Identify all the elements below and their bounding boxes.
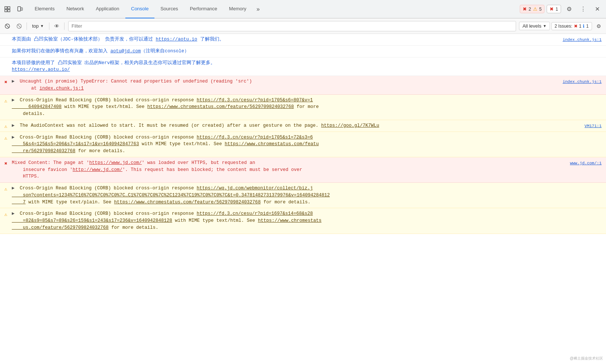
tab-elements[interactable]: Elements bbox=[29, 0, 60, 18]
toolbar-divider2 bbox=[49, 22, 49, 30]
expand-arrow-2[interactable]: ▶ bbox=[12, 97, 16, 104]
error-message-2: ✖ Mixed Content: The page at 'https://ww… bbox=[0, 157, 606, 183]
console-settings-icon[interactable]: ⚙ bbox=[593, 21, 604, 31]
error-icon-2: ✖ bbox=[3, 160, 9, 168]
tab-network[interactable]: Network bbox=[60, 0, 90, 18]
more-tabs-icon[interactable]: » bbox=[252, 3, 264, 15]
jd-source[interactable]: www.jd.com/:1 bbox=[570, 160, 602, 167]
log-levels-dropdown[interactable]: All levels ▼ bbox=[519, 22, 550, 30]
tab-console[interactable]: Console bbox=[125, 0, 155, 18]
warning-icon-5: ⚠ bbox=[3, 211, 9, 218]
jd-https-link[interactable]: https://www.jd.com/ bbox=[89, 160, 142, 165]
tab-application[interactable]: Application bbox=[90, 0, 125, 18]
expand-arrow-4[interactable]: ▶ bbox=[12, 134, 16, 141]
tab-sources[interactable]: Sources bbox=[154, 0, 184, 18]
error-location-1[interactable]: index.chunk.js:1 bbox=[39, 86, 84, 91]
warning-icon-3: ⚠ bbox=[3, 135, 9, 142]
issues-badge[interactable]: 2 Issues: ✖ 1 ℹ 1 bbox=[551, 22, 592, 30]
watermark: @稀土掘金技术社区 bbox=[570, 356, 603, 361]
info-message-1: index.chunk.js:1 本页面由 凸凹实验室（JDC-体验技术部） 负… bbox=[0, 34, 606, 46]
tab-memory[interactable]: Memory bbox=[223, 0, 252, 18]
warning-icon: ⚠ bbox=[533, 6, 537, 12]
settings-icon[interactable]: ⚙ bbox=[563, 3, 575, 15]
vm-source[interactable]: VM171:1 bbox=[585, 123, 602, 129]
jd-http-link[interactable]: http://www.jd.com/ bbox=[73, 167, 122, 172]
issues-info-icon: ℹ bbox=[583, 24, 585, 29]
filter-input[interactable] bbox=[68, 21, 516, 31]
extra-error-icon: ✖ bbox=[550, 6, 554, 12]
console-toolbar: top ▼ 👁 All levels ▼ 2 Issues: ✖ 1 ℹ 1 ⚙ bbox=[0, 18, 606, 34]
toolbar-divider bbox=[27, 22, 27, 30]
svg-rect-3 bbox=[8, 10, 10, 12]
eye-icon[interactable]: 👁 bbox=[52, 21, 62, 31]
warning-icon-2: ⚠ bbox=[3, 123, 9, 130]
close-icon[interactable]: ✕ bbox=[591, 3, 603, 15]
warning-message-4: ⚠ ▶ Cross-Origin Read Blocking (CORB) bl… bbox=[0, 183, 606, 208]
svg-rect-4 bbox=[18, 7, 21, 11]
svg-rect-5 bbox=[21, 8, 22, 10]
tab-performance[interactable]: Performance bbox=[184, 0, 223, 18]
extra-error-badge[interactable]: ✖ 1 bbox=[547, 5, 561, 13]
nerv-link[interactable]: https://nerv.aotu.io/ bbox=[12, 67, 70, 72]
expand-arrow-6[interactable]: ▶ bbox=[12, 210, 16, 217]
error-message-1: ✖ ▶ Uncaught (in promise) TypeError: Can… bbox=[0, 76, 606, 95]
svg-line-9 bbox=[18, 25, 21, 28]
more-options-icon[interactable]: ⋮ bbox=[577, 3, 589, 15]
warning-icon-1: ⚠ bbox=[3, 98, 9, 105]
chevron-down-icon: ▼ bbox=[40, 24, 44, 28]
error-icon: ✖ bbox=[523, 6, 527, 12]
inspect-icon[interactable] bbox=[1, 3, 13, 15]
tab-bar: Elements Network Application Console Sou… bbox=[0, 0, 606, 18]
svg-rect-1 bbox=[8, 7, 10, 9]
tab-bar-right: ✖ 2 ⚠ 5 ✖ 1 ⚙ ⋮ ✕ bbox=[520, 3, 605, 15]
error-source-1: index.chunk.js:1 bbox=[563, 79, 602, 85]
warning-message-1: ⚠ ▶ Cross-Origin Read Blocking (CORB) bl… bbox=[0, 95, 606, 120]
message-source-1[interactable]: index.chunk.js:1 bbox=[563, 37, 602, 43]
svg-line-7 bbox=[6, 25, 9, 28]
warning-message-3: ⚠ ▶ Cross-Origin Read Blocking (CORB) bl… bbox=[0, 132, 606, 157]
issues-error-icon: ✖ bbox=[574, 24, 578, 29]
email-link[interactable]: aotu@jd.com bbox=[111, 49, 141, 54]
expand-arrow-1[interactable]: ▶ bbox=[12, 78, 16, 85]
svg-rect-0 bbox=[5, 7, 7, 9]
expand-arrow-5[interactable]: ▶ bbox=[12, 185, 16, 192]
console-output: index.chunk.js:1 本页面由 凸凹实验室（JDC-体验技术部） 负… bbox=[0, 34, 606, 364]
audiocontext-link[interactable]: https://goo.gl/7K7WLu bbox=[321, 123, 379, 128]
svg-rect-2 bbox=[5, 10, 7, 12]
chevron-down-icon2: ▼ bbox=[543, 24, 547, 28]
main-tabs: Elements Network Application Console Sou… bbox=[29, 0, 520, 18]
device-toggle-icon[interactable] bbox=[14, 3, 26, 15]
error-icon-1: ✖ bbox=[3, 79, 9, 86]
warning-message-5: ⚠ ▶ Cross-Origin Read Blocking (CORB) bl… bbox=[0, 208, 606, 234]
expand-arrow-3[interactable]: ▶ bbox=[12, 122, 16, 129]
context-selector[interactable]: top ▼ bbox=[29, 22, 47, 30]
chromestatus-link-1[interactable]: https://www.chromestatus.com/feature/562… bbox=[147, 104, 294, 109]
error-warning-badge[interactable]: ✖ 2 ⚠ 5 bbox=[520, 5, 544, 13]
ban-icon[interactable] bbox=[14, 21, 24, 31]
chromestatus-link-3[interactable]: https://www.chromestatus.com/feature/562… bbox=[114, 200, 261, 205]
clear-console-icon[interactable] bbox=[2, 21, 13, 31]
aotu-link[interactable]: https://aotu.io bbox=[156, 37, 198, 42]
tab-bar-icons bbox=[1, 3, 29, 15]
toolbar-divider3 bbox=[64, 22, 65, 30]
info-message-2: 如果你对我们在做的事情也有兴趣，欢迎加入 aotu@jd.com（注明来自con… bbox=[0, 46, 606, 57]
info-message-3: 本项目骄傲的使用了 凸凹实验室 出品的Nerv框架，相关内容及生态你可以通过官网… bbox=[0, 57, 606, 76]
warning-message-2: ⚠ ▶ The AudioContext was not allowed to … bbox=[0, 120, 606, 132]
warning-icon-4: ⚠ bbox=[3, 186, 9, 193]
